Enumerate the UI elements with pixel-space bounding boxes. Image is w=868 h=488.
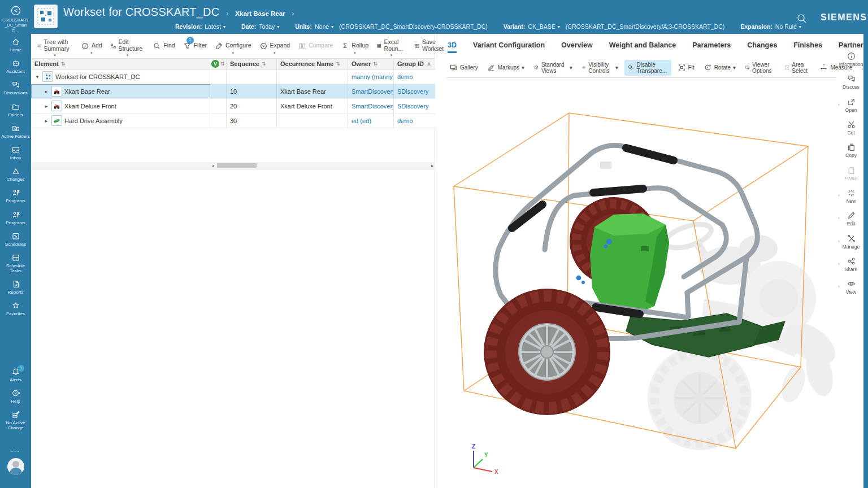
rail-manage-button[interactable]: ‹ Manage xyxy=(839,230,863,253)
rail-information-button[interactable]: Information xyxy=(839,48,863,71)
visibility-controls-button[interactable]: Visibility Controls ▾ xyxy=(579,60,621,76)
markups-button[interactable]: Markups ▾ xyxy=(484,62,527,73)
find-button[interactable]: Find xyxy=(149,41,178,54)
rail-open-button[interactable]: ‹ Open xyxy=(839,94,863,116)
sort-icon[interactable]: ⇅ xyxy=(373,61,377,67)
date-caret-icon[interactable]: ▾ xyxy=(277,24,279,29)
user-avatar[interactable] xyxy=(7,458,24,475)
sidebar-item-active-folders[interactable]: Active Folders xyxy=(0,120,31,142)
sort-icon[interactable]: ⇅ xyxy=(336,61,340,67)
sidebar-overflow-button[interactable]: ... xyxy=(0,441,31,457)
sidebar-item-discussions[interactable]: Discussions xyxy=(0,77,31,98)
element-name[interactable]: Hard Drive Assembly xyxy=(64,117,123,124)
scrollbar-thumb[interactable] xyxy=(217,163,257,168)
tab-finishes[interactable]: Finishes xyxy=(793,41,822,53)
fit-button[interactable]: Fit xyxy=(675,62,697,73)
column-header-validation[interactable]: V ⇅ xyxy=(210,59,227,69)
group-cell[interactable]: demo xyxy=(394,114,435,128)
column-header-sequence[interactable]: Sequence ⇅ xyxy=(227,59,277,69)
revision-value[interactable]: Latest xyxy=(205,23,221,30)
table-row[interactable]: ▾ Workset for CROSSKART_DC manny (manny)… xyxy=(31,69,435,84)
units-value[interactable]: None xyxy=(315,23,329,30)
sidebar-item-programs[interactable]: Programs xyxy=(0,185,31,206)
sidebar-item-no-active-change[interactable]: No Active Change xyxy=(0,407,31,433)
element-cell[interactable]: ▾ Workset for CROSSKART_DC xyxy=(31,69,210,84)
sidebar-item-reports[interactable]: Reports xyxy=(0,276,31,298)
column-header-element[interactable]: Element ⇅ xyxy=(31,59,210,69)
expansion-value[interactable]: No Rule xyxy=(775,23,797,30)
rail-copy-button[interactable]: Copy xyxy=(839,139,863,162)
rollup-button[interactable]: Σ Rollup ▾ xyxy=(337,41,372,54)
expander-icon[interactable]: ▸ xyxy=(44,118,49,124)
expander-icon[interactable]: ▸ xyxy=(44,89,49,94)
rotate-button[interactable]: Rotate ▾ xyxy=(701,62,739,73)
variant-caret-icon[interactable]: ▾ xyxy=(558,24,560,29)
column-settings-gear-icon[interactable] xyxy=(426,60,432,68)
revision-caret-icon[interactable]: ▾ xyxy=(223,24,225,29)
workset-thumbnail[interactable] xyxy=(34,5,58,28)
filter-button[interactable]: 1 Filter xyxy=(180,41,210,54)
group-cell[interactable]: SDiscovery xyxy=(394,84,435,98)
configure-button[interactable]: Configure ▾ xyxy=(211,41,255,54)
horizontal-scrollbar[interactable]: ◂ ▸ xyxy=(31,162,435,169)
sidebar-item-help[interactable]: ? Help xyxy=(0,385,31,407)
owner-cell[interactable]: manny (manny) xyxy=(348,69,394,84)
sidebar-item-inbox[interactable]: Inbox xyxy=(0,142,31,163)
group-cell[interactable]: SDiscovery xyxy=(394,99,435,113)
date-value[interactable]: Today xyxy=(259,23,275,30)
tab-3d[interactable]: 3D xyxy=(448,41,457,53)
sidebar-item-changes[interactable]: Changes xyxy=(0,163,31,185)
sidebar-item-schedules[interactable]: Schedules xyxy=(0,228,31,250)
element-cell[interactable]: ▸ Xkart Base Rear xyxy=(31,84,210,98)
table-row[interactable]: ▸ Xkart Deluxe Front 20 Xkart Deluxe Fro… xyxy=(31,99,435,114)
sort-icon[interactable]: ⇅ xyxy=(262,61,266,67)
sort-icon[interactable]: ⇅ xyxy=(220,61,225,67)
edit-structure-button[interactable]: Edit Structure ▾ xyxy=(107,38,149,55)
rail-cut-button[interactable]: Cut xyxy=(839,116,863,139)
sidebar-item-favorites[interactable]: Favorites xyxy=(0,298,31,319)
sidebar-item-folders[interactable]: Folders xyxy=(0,99,31,120)
breadcrumb[interactable]: Xkart Base Rear xyxy=(235,10,285,17)
column-header-group[interactable]: Group ID xyxy=(394,59,435,69)
disable-transparency-button[interactable]: Disable Transpare... xyxy=(624,60,671,76)
element-name[interactable]: Xkart Deluxe Front xyxy=(64,103,116,110)
expander-icon[interactable]: ▸ xyxy=(44,103,49,109)
3d-viewport[interactable]: Z Y X xyxy=(444,79,839,488)
context-back-item[interactable]: CROSSKART_DC_SmartD... xyxy=(0,0,31,34)
table-row[interactable]: ▸ Hard Drive Assembly 30 ed (ed) demo xyxy=(31,114,435,128)
variant-value[interactable]: CK_BASE xyxy=(528,23,555,30)
table-row-selected[interactable]: ▸ Xkart Base Rear 10 Xkart Base Rear Sma… xyxy=(31,84,435,99)
rail-view-button[interactable]: ‹ View xyxy=(839,276,863,298)
global-search-button[interactable] xyxy=(796,12,808,25)
tab-weight-and-balance[interactable]: Weight and Balance xyxy=(609,41,676,53)
sidebar-item-home[interactable]: Home xyxy=(0,34,31,55)
scroll-right-arrow[interactable]: ▸ xyxy=(429,162,435,169)
column-header-occurrence[interactable]: Occurrence Name ⇅ xyxy=(277,59,348,69)
owner-cell[interactable]: ed (ed) xyxy=(348,114,394,128)
sidebar-item-schedule-tasks[interactable]: Schedule Tasks xyxy=(0,250,31,276)
column-header-owner[interactable]: Owner ⇅ xyxy=(348,59,394,69)
element-cell[interactable]: ▸ Xkart Deluxe Front xyxy=(31,99,210,113)
tree-with-summary-button[interactable]: Tree with Summary ▾ xyxy=(33,38,76,55)
area-select-button[interactable]: Area Select xyxy=(782,60,814,76)
element-name[interactable]: Xkart Base Rear xyxy=(64,88,110,95)
scroll-left-arrow[interactable]: ◂ xyxy=(210,162,216,169)
gallery-button[interactable]: Gallery xyxy=(446,62,481,73)
tab-overview[interactable]: Overview xyxy=(561,41,593,53)
sidebar-item-programs-2[interactable]: Programs xyxy=(0,207,31,228)
viewer-options-button[interactable]: Viewer Options xyxy=(742,60,778,76)
tab-variant-configuration[interactable]: Variant Configuration xyxy=(473,41,545,53)
element-name[interactable]: Workset for CROSSKART_DC xyxy=(55,73,140,80)
rail-edit-button[interactable]: ‹ Edit xyxy=(839,207,863,230)
units-caret-icon[interactable]: ▾ xyxy=(331,24,333,29)
owner-cell[interactable]: SmartDiscovery... xyxy=(348,84,394,98)
owner-cell[interactable]: SmartDiscovery... xyxy=(348,99,394,113)
expander-icon[interactable]: ▾ xyxy=(34,74,40,80)
excel-roundtrip-button[interactable]: Excel Roun... ▾ xyxy=(373,38,410,55)
standard-views-button[interactable]: Standard Views ▾ xyxy=(531,60,575,76)
rail-new-button[interactable]: ‹ New xyxy=(839,185,863,207)
sidebar-item-assistant[interactable]: Assistant xyxy=(0,55,31,77)
tab-parameters[interactable]: Parameters xyxy=(692,41,731,53)
rail-share-button[interactable]: ‹ Share xyxy=(839,253,863,276)
add-button[interactable]: Add ▾ xyxy=(77,41,106,54)
